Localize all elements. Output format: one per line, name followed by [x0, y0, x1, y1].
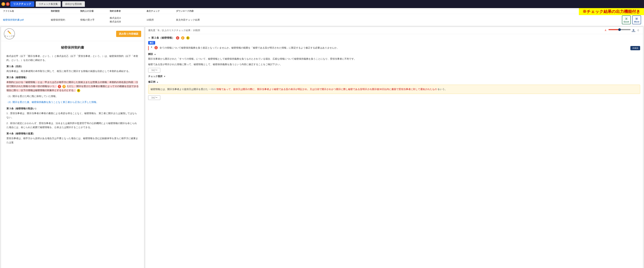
word-icon: W [635, 17, 638, 20]
cell-filename[interactable]: 秘密保持契約書.pdf [3, 18, 51, 22]
unconfirmed-button[interactable]: 未確認 [630, 46, 640, 50]
article-badge-2: 2 [181, 36, 184, 40]
copy-button-2[interactable]: コピー [148, 95, 160, 100]
main-area: ✏️ チェック中 読み取り内容確認 秘密保持契約書 株式会社甲（以下「開示当事者… [0, 26, 644, 268]
word-label: Word [634, 20, 639, 23]
correction-example: 秘密情報とは、開示当事者より提供又は開示を受けた 一切の 情報であって、提供又は… [148, 85, 640, 94]
header-position: 契約上の立場 [80, 10, 110, 13]
correction-section-label[interactable]: 修正例 ▲ [148, 80, 640, 84]
slider-container[interactable] [608, 29, 630, 32]
party-b: 株式会社B [110, 20, 146, 24]
priority-c: C [636, 29, 640, 32]
correction-suffix: をいう。 [438, 88, 447, 90]
correction-strikethrough: 一切の [209, 88, 216, 90]
cell-download-content: 条文内容チェック結果 X Excel W Word [176, 16, 641, 24]
announce-banner: ※チェック結果の出力機能付き [579, 8, 644, 15]
svg-text:W: W [636, 18, 638, 20]
file-info-row: 秘密保持契約書.pdf 秘密保持契約 情報の受け手 株式会社A 株式会社B 10… [3, 14, 641, 24]
explanation-section-label[interactable]: 解説 ▲ [148, 52, 640, 56]
pencil-icon: ✏️ [7, 30, 12, 34]
cell-parties: 株式会社A 株式会社B [110, 16, 146, 24]
svg-text:X: X [626, 18, 627, 20]
check-status-label: チェック中 [4, 35, 14, 38]
tag-label-correction: 修正 [148, 41, 155, 44]
article2-text1: 本契約における「秘密情報」とは、甲または乙が相手方に開示した技術上または営業上の… [6, 80, 138, 92]
risk-item-header: ▼ 1 全ての情報について秘密保持義務を負う規定となっていませんか。秘密情報の範… [150, 46, 640, 50]
tab-risk-check[interactable]: リスクチェック [10, 1, 34, 7]
badge-6-inline: 6 [77, 89, 80, 92]
header-contract-type: 契約類型 [51, 10, 80, 13]
badge-3: 3 [6, 2, 10, 6]
badge-1-inline: 1 [58, 85, 61, 88]
article1-title: 第１条（目的） [6, 64, 138, 68]
risk-panel-title: 優先度「B」以上のリスクチェック結果：10箇所 [148, 29, 200, 32]
correction-label: 修正例 [148, 80, 155, 84]
risk-item-text: 全ての情報について秘密保持義務を負う規定となっていませんか。秘密情報の範囲を「秘… [160, 46, 629, 50]
badge-2-inline: 2 [62, 85, 66, 88]
article-section-title: 第２条（秘密情報） [151, 36, 174, 40]
risk-item-toggle[interactable]: ▼ [150, 46, 152, 48]
explanation-text1: 開示当事者から開示された「すべての情報」について、秘密情報として秘密保持義務を負… [148, 57, 640, 61]
slider-dot [618, 28, 621, 31]
party-a: 株式会社A [110, 16, 146, 20]
ocr-button[interactable]: 読み取り内容確認 [116, 31, 141, 37]
risk-badge-1: 1 [154, 46, 158, 49]
article2-sub1: （1）開示を受けた時に既に保有していた情報。 [6, 94, 138, 98]
correction-inserted: 情報であって、提供又は開示の際に、開示当事者より秘密である旨の表示が明記され、又… [216, 88, 437, 90]
header-parties: 契約当事者 [110, 10, 146, 13]
explanation-label: 解説 [148, 52, 153, 56]
file-info-bar: ファイル名 契約類型 契約上の立場 契約当事者 条文チェック ダウンロード内容 … [0, 8, 644, 26]
article4-title: 第４条（秘密情報の返還） [6, 132, 138, 136]
file-info-headers: ファイル名 契約類型 契約上の立場 契約当事者 条文チェック ダウンロード内容 [3, 10, 641, 14]
excel-label: Excel [624, 20, 629, 23]
article2-title: 第２条（秘密情報） [6, 76, 138, 80]
article-collapse-toggle[interactable]: ▼ [148, 37, 150, 39]
header-filename: ファイル名 [3, 10, 51, 13]
tab-compare[interactable]: 自社ひな型比較 [62, 1, 85, 7]
check-status-circle: ✏️ チェック中 [4, 28, 15, 40]
article-section-header: ▼ 第２条（秘密情報） 1 2 6 [148, 36, 640, 40]
cell-contract-type: 秘密保持契約 [51, 18, 80, 22]
doc-content: 秘密保持契約書 株式会社甲（以下「開示当事者」という。）と株式会社乙（以下「受領… [1, 41, 144, 268]
doc-paragraph1: 株式会社甲（以下「開示当事者」という。）と株式会社乙（以下「受領当事者」という。… [6, 54, 138, 62]
risk-panel-header: 優先度「B」以上のリスクチェック結果：10箇所 A B C [145, 27, 643, 34]
risk-item-1: ▼ 1 全ての情報について秘密保持義務を負う規定となっていませんか。秘密情報の範… [148, 46, 640, 50]
doc-toolbar: ✏️ チェック中 読み取り内容確認 [1, 27, 144, 41]
explanation-toggle-arrow: ▲ [154, 53, 156, 55]
tab-recheck[interactable]: リチェック条文集 [36, 1, 61, 7]
article3-text2: 2．前項の規定にかかわらず、受領当事者は、法令または裁判所や監督官庁等の公的機関… [6, 121, 138, 130]
article3-title: 第３条（秘密情報の取扱い） [6, 106, 138, 110]
doc-title: 秘密保持契約書 [6, 45, 138, 50]
check-toggle-arrow: ▼ [164, 75, 166, 78]
copy-button-1[interactable]: コピー [148, 68, 160, 72]
excel-download-button[interactable]: X Excel [622, 16, 631, 24]
check-section-label[interactable]: チェック箇所 ▼ [148, 75, 640, 78]
excel-icon: X [624, 17, 628, 20]
doc-panel: ✏️ チェック中 読み取り内容確認 秘密保持契約書 株式会社甲（以下「開示当事者… [1, 27, 144, 268]
badge-7: 7 [2, 2, 5, 6]
risk-panel-content: ▼ 第２条（秘密情報） 1 2 6 修正 ▼ 1 全ての情報について秘密保持義務… [145, 34, 643, 268]
article2-sub2: （2）開示を受けた後、秘密保持義務を負うことなく第三者から正当に入手した情報。 [6, 100, 138, 104]
word-download-button[interactable]: W Word [632, 16, 641, 24]
article-badge-6: 6 [186, 36, 190, 40]
header-download: ダウンロード内容 [176, 10, 641, 13]
check-label: チェック箇所 [148, 75, 162, 78]
priority-b: B [632, 29, 635, 32]
article4-text: 受領当事者は、相手方から請求がある場合又は不要となった場合には、秘密情報を含む記… [6, 136, 138, 144]
risk-panel: 優先度「B」以上のリスクチェック結果：10箇所 A B C ▼ 第２条（秘密情報… [145, 27, 643, 268]
correction-toggle-arrow: ▲ [156, 81, 158, 83]
nav-bar: 7 3 リスクチェック リチェック条文集 自社ひな型比較 [0, 0, 644, 8]
cell-position: 情報の受け手 [80, 18, 110, 22]
article-section: ▼ 第２条（秘密情報） 1 2 6 修正 ▼ 1 全ての情報について秘密保持義務… [148, 36, 640, 100]
download-buttons: X Excel W Word [622, 16, 641, 24]
cell-clause-check: 10箇所 [146, 18, 176, 22]
article3-text1: 1．受領当事者は、開示当事者の事前の書面による承諾を得ることなく、秘密情報を、第… [6, 111, 138, 120]
priority-slider[interactable]: A B C [604, 29, 640, 32]
article1-text: 両当事者は、両当事者間の本件取引に関して、相互に相手方に開示する情報の保護を目的… [6, 69, 138, 73]
correction-text: 秘密情報とは、開示当事者より提供又は開示を受けた [150, 88, 208, 90]
download-content-label: 条文内容チェック結果 [176, 18, 200, 22]
priority-a: A [604, 29, 607, 32]
article-badge-1: 1 [176, 36, 179, 40]
explanation-text2: 秘密である旨が明示された情報に限って、秘密情報として、秘密保持義務を負うという内… [148, 62, 640, 66]
header-clause-check: 条文チェック [146, 10, 176, 13]
